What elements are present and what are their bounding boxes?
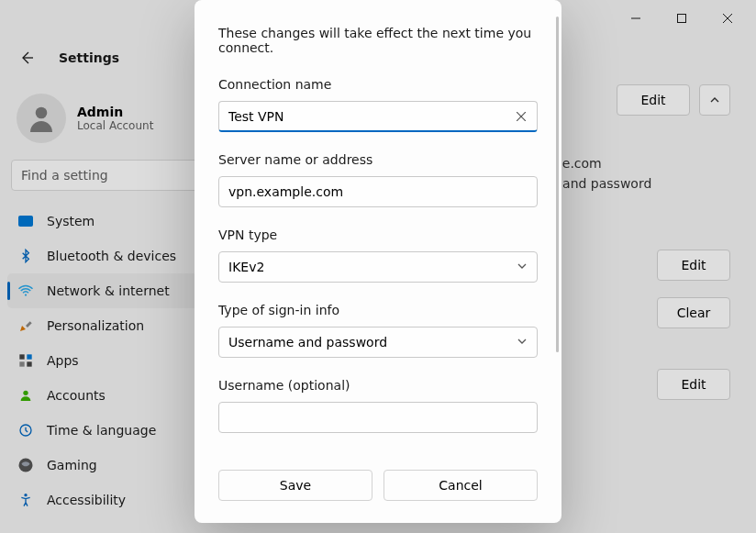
chevron-down-icon (517, 260, 528, 274)
signin-type-select[interactable]: Username and password (218, 327, 538, 358)
chevron-down-icon (517, 335, 528, 350)
cancel-button[interactable]: Cancel (384, 470, 538, 501)
connection-name-input[interactable] (218, 101, 538, 132)
username-input[interactable] (218, 402, 538, 433)
dialog-notice: These changes will take effect the next … (218, 26, 538, 55)
scrollbar[interactable] (556, 17, 559, 352)
server-address-label: Server name or address (218, 152, 538, 167)
edit-vpn-dialog: These changes will take effect the next … (195, 0, 561, 523)
vpn-type-label: VPN type (218, 228, 538, 242)
save-button[interactable]: Save (218, 470, 372, 501)
connection-name-label: Connection name (218, 77, 538, 92)
vpn-type-select[interactable]: IKEv2 (218, 251, 538, 283)
modal-overlay: These changes will take effect the next … (0, 0, 756, 533)
clear-input-button[interactable] (510, 101, 532, 132)
signin-type-value: Username and password (228, 335, 387, 350)
vpn-type-value: IKEv2 (228, 260, 264, 274)
server-address-input[interactable] (218, 176, 538, 207)
username-label: Username (optional) (218, 378, 538, 393)
signin-type-label: Type of sign-in info (218, 303, 538, 317)
